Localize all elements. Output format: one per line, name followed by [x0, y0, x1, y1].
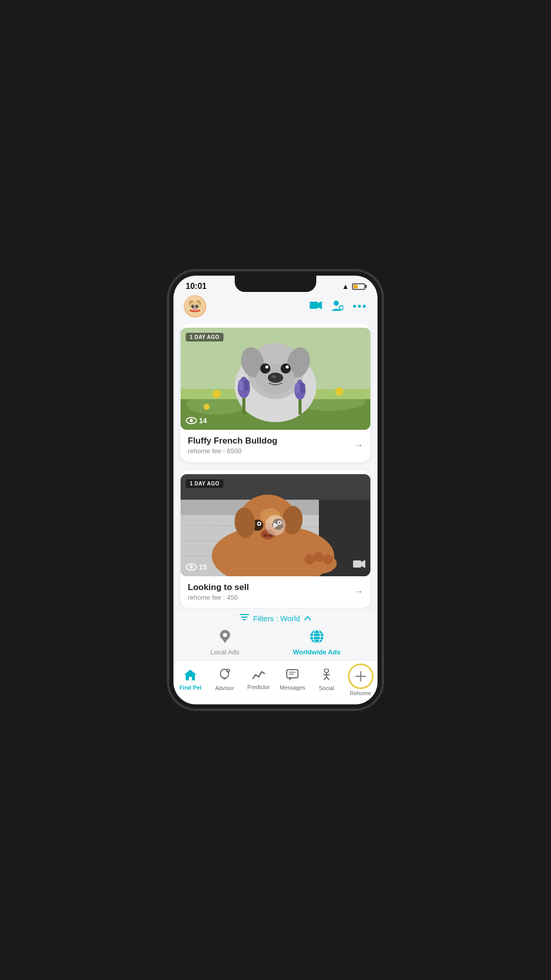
svg-point-85	[223, 633, 227, 637]
timestamp-1: 1 DAY AGO	[186, 333, 223, 341]
svg-marker-79	[273, 522, 279, 528]
phone-screen: 10:01 ▲	[173, 276, 378, 704]
svg-point-39	[243, 380, 249, 386]
view-count-1: 14	[186, 416, 207, 425]
messages-label: Messages	[280, 684, 305, 691]
arrow-btn-1[interactable]: →	[354, 440, 363, 451]
svg-rect-9	[310, 302, 318, 309]
svg-point-92	[220, 669, 229, 678]
ad-image-2: 1 DAY AGO 15	[181, 474, 370, 576]
svg-point-4	[191, 305, 194, 308]
find-pet-label: Find Pet	[180, 684, 202, 691]
location-tabs: Local Ads Worldwide Ads	[173, 627, 378, 660]
eye-icon-1	[186, 417, 197, 424]
app-header: •••	[173, 293, 378, 324]
predictor-label: Predictor	[247, 684, 270, 690]
arrow-btn-2[interactable]: →	[354, 586, 363, 597]
chevron-up-icon[interactable]	[304, 614, 311, 622]
eye-icon-2	[186, 564, 197, 571]
lightbulb-icon	[219, 669, 230, 684]
svg-line-105	[324, 677, 327, 680]
ad-card-2[interactable]: 1 DAY AGO 15	[181, 470, 370, 608]
social-label: Social	[319, 685, 334, 691]
nav-find-pet[interactable]: Find Pet	[177, 669, 205, 691]
svg-point-48	[300, 388, 305, 393]
video-badge-2	[353, 559, 365, 571]
user-settings-icon[interactable]	[331, 300, 343, 313]
svg-point-34	[271, 375, 277, 378]
svg-point-5	[195, 305, 198, 308]
view-number-2: 15	[199, 563, 207, 571]
worldwide-ads-tab[interactable]: Worldwide Ads	[293, 630, 340, 656]
ad-image-1: 1 DAY AGO 14	[181, 328, 370, 430]
svg-point-6	[192, 307, 197, 310]
header-icons: •••	[310, 300, 367, 313]
nav-social[interactable]: Social	[312, 669, 340, 691]
wifi-icon: ▲	[342, 282, 349, 290]
svg-point-50	[335, 387, 343, 396]
filter-bar[interactable]: Filters : World	[173, 608, 378, 627]
svg-marker-101	[289, 678, 292, 680]
ad-price-1: rehome fee : 6500	[188, 447, 278, 455]
nav-messages[interactable]: Messages	[279, 669, 307, 691]
svg-point-47	[295, 388, 300, 393]
video-camera-icon[interactable]	[310, 301, 322, 312]
svg-point-7	[193, 305, 194, 306]
social-icon	[321, 669, 332, 684]
ad-text-1: Fluffy French Bulldog rehome fee : 6500	[188, 436, 278, 455]
svg-point-31	[265, 365, 268, 369]
advisor-label: Advisor	[215, 685, 234, 691]
notch	[235, 276, 316, 292]
ad-info-1[interactable]: Fluffy French Bulldog rehome fee : 6500 …	[181, 430, 370, 462]
view-number-1: 14	[199, 416, 207, 425]
scroll-content[interactable]: 1 DAY AGO 14 Fluffy French Bulldog rehom…	[173, 324, 378, 608]
play-button-2[interactable]	[265, 515, 286, 535]
svg-point-11	[334, 301, 339, 306]
home-icon	[184, 669, 196, 683]
ad-info-2[interactable]: Looking to sell rehome fee : 450 →	[181, 576, 370, 608]
svg-point-8	[197, 305, 198, 306]
status-time: 10:01	[186, 282, 207, 291]
nav-predictor[interactable]: Predictor	[244, 670, 272, 690]
ad-price-2: rehome fee : 450	[188, 594, 249, 601]
svg-line-97	[229, 669, 230, 670]
svg-point-12	[339, 306, 343, 310]
svg-point-29	[260, 363, 270, 374]
filter-icon	[240, 614, 249, 623]
globe-icon	[310, 630, 323, 646]
more-options-icon[interactable]: •••	[353, 300, 367, 313]
local-ads-tab[interactable]: Local Ads	[211, 630, 239, 656]
filter-label[interactable]: Filters : World	[253, 614, 300, 623]
battery-icon	[352, 283, 365, 290]
svg-point-41	[244, 385, 249, 390]
predictor-icon	[253, 670, 265, 683]
svg-point-46	[300, 383, 305, 388]
ad-card-1[interactable]: 1 DAY AGO 14 Fluffy French Bulldog rehom…	[181, 324, 370, 462]
svg-marker-91	[184, 670, 196, 680]
svg-point-51	[204, 404, 210, 410]
svg-line-106	[327, 677, 329, 680]
svg-point-74	[305, 554, 315, 565]
svg-marker-84	[221, 638, 229, 643]
svg-point-76	[323, 554, 333, 565]
ad-title-1: Fluffy French Bulldog	[188, 436, 278, 446]
bottom-nav: Find Pet Advisor	[173, 660, 378, 704]
svg-rect-77	[353, 560, 361, 568]
svg-point-69	[263, 534, 267, 537]
phone-frame: 10:01 ▲	[168, 271, 383, 709]
local-ads-label: Local Ads	[211, 648, 239, 656]
svg-marker-10	[318, 301, 322, 309]
svg-point-75	[314, 552, 324, 562]
svg-point-32	[286, 365, 289, 369]
worldwide-ads-label: Worldwide Ads	[293, 648, 340, 656]
view-count-2: 15	[186, 563, 207, 571]
svg-point-66	[258, 523, 260, 525]
battery-fill	[354, 285, 358, 288]
svg-point-40	[239, 385, 244, 390]
rehome-button[interactable]	[348, 664, 373, 689]
nav-rehome[interactable]: Rehome	[346, 664, 374, 696]
svg-point-30	[281, 363, 291, 374]
nav-advisor[interactable]: Advisor	[210, 669, 238, 691]
svg-point-102	[324, 669, 329, 673]
local-pin-icon	[220, 630, 230, 646]
